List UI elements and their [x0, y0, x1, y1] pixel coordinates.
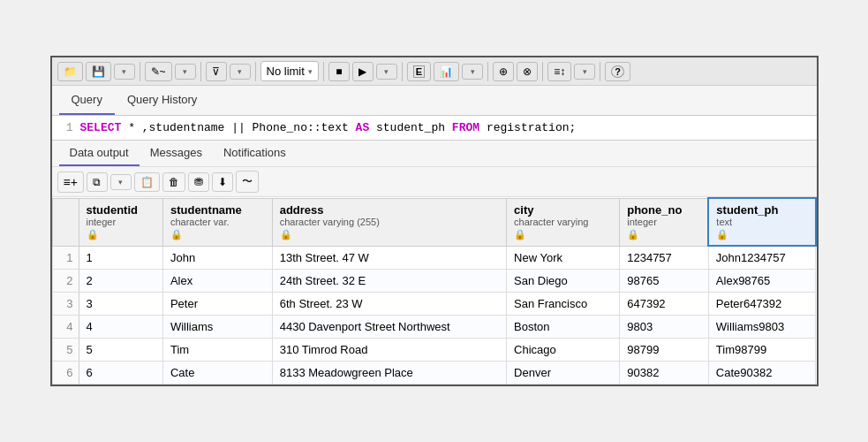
download-btn[interactable]: ⬇ — [212, 172, 233, 192]
copy-icon: ⧉ — [93, 176, 101, 188]
cell-studentname[interactable]: Alex — [162, 270, 272, 293]
cell-studentname[interactable]: Tim — [162, 339, 272, 362]
col-header-student-ph[interactable]: student_ph text 🔒 — [708, 198, 815, 246]
copy-dropdown-btn[interactable]: ▾ — [110, 174, 132, 190]
cell-address[interactable]: 13th Street. 47 W — [272, 246, 506, 270]
cell-student_ph[interactable]: Cate90382 — [708, 362, 815, 385]
tab-notifications[interactable]: Notifications — [213, 141, 297, 166]
edit-btn[interactable]: ✎~ — [145, 62, 172, 81]
open-folder-btn[interactable]: 📁 — [57, 62, 83, 81]
stop-btn[interactable]: ■ — [328, 62, 350, 81]
stop-icon: ■ — [336, 65, 342, 78]
limit-dropdown[interactable]: No limit ▾ — [260, 61, 319, 81]
cell-city[interactable]: New York — [507, 246, 620, 270]
cell-address[interactable]: 6th Street. 23 W — [272, 293, 506, 316]
tab-query[interactable]: Query — [59, 86, 115, 115]
cell-rownum[interactable]: 3 — [52, 293, 79, 316]
edit-dropdown-btn[interactable]: ▾ — [175, 64, 196, 80]
toolbar-sep3 — [255, 62, 256, 81]
cell-rownum[interactable]: 2 — [52, 270, 79, 293]
cell-phone_no[interactable]: 90382 — [620, 362, 709, 385]
cell-city[interactable]: Denver — [507, 362, 620, 385]
data-table: studentid integer 🔒 studentname characte… — [52, 197, 817, 385]
query-tabs: Query Query History — [52, 86, 817, 116]
cell-city[interactable]: Boston — [507, 316, 620, 339]
import-icon: ⛃ — [194, 176, 203, 188]
import-btn[interactable]: ⛃ — [188, 172, 209, 192]
graph-icon: 〜 — [242, 174, 253, 189]
help-btn[interactable]: ? — [605, 62, 630, 81]
tab-messages[interactable]: Messages — [140, 141, 213, 166]
cell-phone_no[interactable]: 647392 — [620, 293, 709, 316]
explain-btn[interactable]: E — [407, 62, 431, 81]
table-row: 55Tim310 Timrod RoadChicago98799Tim98799 — [52, 339, 816, 362]
tab-data-output[interactable]: Data output — [59, 141, 140, 166]
col-header-address[interactable]: address character varying (255) 🔒 — [272, 198, 506, 246]
student-ph-lock-icon: 🔒 — [716, 229, 728, 240]
sql-as-keyword: AS — [356, 121, 370, 134]
filter-btn[interactable]: ⊽ — [206, 62, 227, 81]
list-btn[interactable]: ≡↕ — [547, 62, 571, 81]
cell-city[interactable]: San Diego — [507, 270, 620, 293]
paste-icon: 📋 — [140, 176, 154, 188]
cell-address[interactable]: 310 Timrod Road — [272, 339, 506, 362]
cell-student_ph[interactable]: Alex98765 — [708, 270, 815, 293]
cell-studentid[interactable]: 2 — [79, 270, 162, 293]
cell-city[interactable]: San Francisco — [507, 293, 620, 316]
col-header-studentid[interactable]: studentid integer 🔒 — [79, 198, 162, 246]
cell-phone_no[interactable]: 1234757 — [620, 246, 709, 270]
cell-studentname[interactable]: John — [162, 246, 272, 270]
cell-address[interactable]: 4430 Davenport Street Northwest — [272, 316, 506, 339]
cell-student_ph[interactable]: John1234757 — [708, 246, 815, 270]
toolbar-sep1 — [140, 62, 140, 81]
tab-query-history[interactable]: Query History — [115, 86, 209, 115]
delete-btn[interactable]: 🗑 — [162, 172, 185, 192]
cell-student_ph[interactable]: Peter647392 — [708, 293, 815, 316]
table-row: 22Alex24th Street. 32 ESan Diego98765Ale… — [52, 270, 816, 293]
cell-address[interactable]: 24th Street. 32 E — [272, 270, 506, 293]
filter-icon: ⊽ — [212, 65, 220, 78]
cell-rownum[interactable]: 5 — [52, 339, 79, 362]
graph-btn[interactable]: 〜 — [236, 171, 259, 193]
cell-studentid[interactable]: 4 — [79, 316, 162, 339]
paste-btn[interactable]: 📋 — [134, 172, 160, 192]
cell-studentid[interactable]: 3 — [79, 293, 162, 316]
save-btn[interactable]: 💾 — [86, 62, 111, 81]
col-header-city[interactable]: city character varying 🔒 — [507, 198, 620, 246]
cell-phone_no[interactable]: 9803 — [620, 316, 709, 339]
cell-studentid[interactable]: 5 — [79, 339, 162, 362]
cell-studentid[interactable]: 6 — [79, 362, 162, 385]
col-header-studentname[interactable]: studentname character var. 🔒 — [162, 198, 272, 246]
col-header-phone-no[interactable]: phone_no integer 🔒 — [620, 198, 709, 246]
save-dropdown-btn[interactable]: ▾ — [114, 64, 135, 80]
edit-caret-icon: ▾ — [183, 67, 187, 76]
cell-address[interactable]: 8133 Meadowgreen Place — [272, 362, 506, 385]
chart-dropdown-btn[interactable]: ▾ — [462, 64, 483, 80]
cell-rownum[interactable]: 1 — [52, 246, 79, 270]
filter-dropdown-btn[interactable]: ▾ — [230, 64, 251, 80]
cell-studentname[interactable]: Peter — [162, 293, 272, 316]
copy-btn[interactable]: ⧉ — [87, 172, 108, 192]
cell-studentname[interactable]: Williams — [162, 316, 272, 339]
cell-student_ph[interactable]: Williams9803 — [708, 316, 815, 339]
run-dropdown-btn[interactable]: ▾ — [376, 64, 397, 80]
phone-lock-icon: 🔒 — [627, 229, 639, 240]
cell-studentid[interactable]: 1 — [79, 246, 162, 270]
cell-rownum[interactable]: 4 — [52, 316, 79, 339]
stack1-btn[interactable]: ⊕ — [493, 62, 514, 81]
download-icon: ⬇ — [218, 176, 227, 188]
list-dropdown-btn[interactable]: ▾ — [574, 64, 595, 80]
cell-city[interactable]: Chicago — [507, 339, 620, 362]
cell-phone_no[interactable]: 98765 — [620, 270, 709, 293]
sql-editor[interactable]: 1 SELECT * ,studentname || Phone_no::tex… — [52, 116, 817, 141]
chart-btn[interactable]: 📊 — [434, 62, 459, 81]
run-btn[interactable]: ▶ — [352, 62, 374, 81]
cell-student_ph[interactable]: Tim98799 — [708, 339, 815, 362]
cell-studentname[interactable]: Cate — [162, 362, 272, 385]
data-table-wrapper: studentid integer 🔒 studentname characte… — [52, 197, 817, 385]
cell-phone_no[interactable]: 98799 — [620, 339, 709, 362]
add-row-btn[interactable]: ≡+ — [57, 171, 84, 193]
stack2-btn[interactable]: ⊗ — [517, 62, 538, 81]
cell-rownum[interactable]: 6 — [52, 362, 79, 385]
list-caret-icon: ▾ — [583, 67, 587, 76]
